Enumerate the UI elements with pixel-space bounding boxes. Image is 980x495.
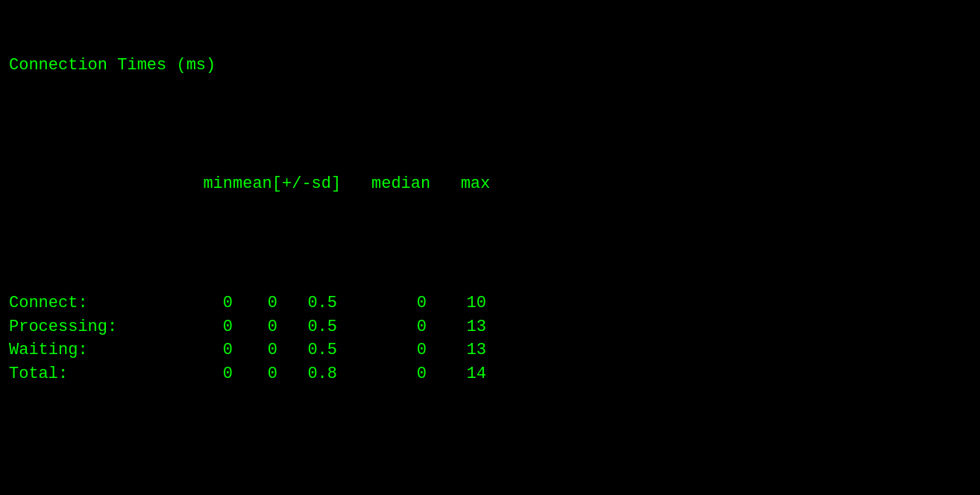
table-row: Total:000.8014: [9, 362, 971, 386]
row-mean: 0: [233, 338, 277, 362]
row-sd: 0.5: [277, 315, 337, 339]
row-max: 14: [427, 362, 486, 386]
row-median: 0: [337, 291, 427, 315]
row-max: 10: [427, 291, 486, 315]
table-row: Connect:000.5010: [9, 291, 971, 315]
row-sd: 0.5: [277, 291, 337, 315]
row-min: 0: [173, 315, 233, 339]
header-label: [9, 172, 173, 196]
header-max: max: [430, 172, 490, 196]
header-min: min: [173, 172, 233, 196]
row-sd: 0.5: [277, 338, 337, 362]
row-mean: 0: [233, 315, 277, 339]
table-header: minmean[+/-sd]medianmax: [9, 172, 971, 196]
table-row: Waiting:000.5013: [9, 338, 971, 362]
row-sd: 0.8: [277, 362, 337, 386]
row-label: Total:: [9, 362, 173, 386]
table-row: Processing:000.5013: [9, 315, 971, 339]
header-mean: mean[+/-sd]: [233, 172, 341, 196]
table-rows: Connect:000.5010Processing:000.5013Waiti…: [9, 291, 971, 387]
row-mean: 0: [233, 291, 277, 315]
row-max: 13: [427, 315, 486, 339]
row-min: 0: [173, 291, 233, 315]
row-min: 0: [173, 362, 233, 386]
row-median: 0: [337, 338, 427, 362]
connection-times-table: minmean[+/-sd]medianmax: [9, 124, 971, 243]
header-median: median: [341, 172, 430, 196]
connection-times-title: Connection Times (ms): [9, 54, 971, 78]
row-label: Waiting:: [9, 338, 173, 362]
row-mean: 0: [233, 362, 277, 386]
row-max: 13: [427, 338, 486, 362]
row-median: 0: [337, 315, 427, 339]
row-label: Connect:: [9, 291, 173, 315]
terminal-output: Connection Times (ms) minmean[+/-sd]medi…: [9, 6, 971, 495]
row-min: 0: [173, 338, 233, 362]
row-label: Processing:: [9, 315, 173, 339]
row-median: 0: [337, 362, 427, 386]
